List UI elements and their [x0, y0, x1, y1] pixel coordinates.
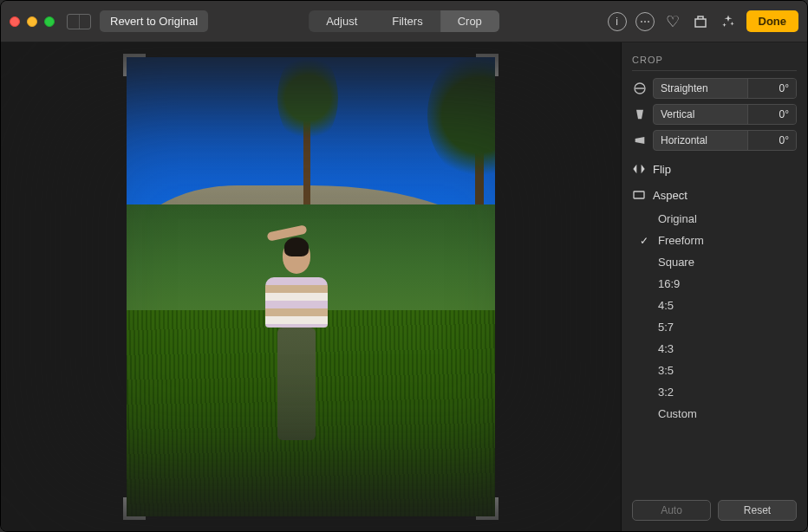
- photo-subject-person: [262, 241, 331, 440]
- aspect-option-5-7[interactable]: 5:7: [632, 316, 797, 338]
- auto-enhance-icon[interactable]: [719, 12, 738, 31]
- vertical-control[interactable]: Vertical 0°: [632, 104, 797, 125]
- straighten-value[interactable]: 0°: [747, 79, 796, 98]
- rotate-icon[interactable]: [691, 12, 710, 31]
- svg-marker-2: [636, 110, 643, 120]
- flip-icon: [632, 162, 646, 176]
- close-window-button[interactable]: [10, 16, 20, 27]
- vertical-perspective-icon: [632, 107, 648, 122]
- aspect-option-4-5[interactable]: 4:5: [632, 295, 797, 316]
- crop-sidebar: CROP Straighten 0° Vertical 0°: [621, 42, 807, 531]
- horizontal-control[interactable]: Horizontal 0°: [632, 130, 797, 151]
- info-icon[interactable]: i: [608, 12, 627, 31]
- straighten-label: Straighten: [654, 79, 747, 98]
- flip-button[interactable]: Flip: [632, 156, 797, 182]
- crop-handle-bottom-right[interactable]: [476, 497, 498, 520]
- more-options-icon[interactable]: ⋯: [635, 12, 655, 31]
- aspect-option-16-9[interactable]: 16:9: [632, 273, 797, 295]
- reset-crop-button[interactable]: Reset: [718, 500, 797, 521]
- svg-rect-4: [634, 191, 644, 198]
- tab-adjust[interactable]: Adjust: [309, 10, 375, 32]
- straighten-control[interactable]: Straighten 0°: [632, 78, 797, 99]
- horizontal-perspective-icon: [632, 133, 648, 148]
- aspect-icon: [632, 188, 646, 202]
- checkmark-icon: ✓: [637, 235, 651, 247]
- aspect-option-3-5[interactable]: 3:5: [632, 360, 797, 381]
- aspect-header: Aspect: [632, 182, 797, 208]
- photo-preview: [127, 57, 495, 516]
- flip-label: Flip: [653, 163, 671, 176]
- aspect-label: Aspect: [653, 189, 687, 202]
- horizontal-label: Horizontal: [654, 131, 747, 150]
- main-area: CROP Straighten 0° Vertical 0°: [1, 42, 807, 531]
- aspect-option-custom[interactable]: Custom: [632, 403, 797, 425]
- aspect-option-original[interactable]: Original: [632, 208, 797, 230]
- window-traffic-lights: [10, 16, 55, 27]
- vertical-value[interactable]: 0°: [747, 105, 796, 124]
- aspect-ratio-list: Original ✓Freeform Square 16:9 4:5 5:7 4…: [632, 208, 797, 425]
- aspect-option-freeform[interactable]: ✓Freeform: [632, 230, 797, 251]
- vertical-label: Vertical: [654, 105, 747, 124]
- toolbar-right-tools: i ⋯ ♡ Done: [608, 10, 799, 32]
- toolbar: Revert to Original Adjust Filters Crop i…: [1, 1, 807, 42]
- photo-canvas[interactable]: [1, 42, 621, 531]
- revert-to-original-button[interactable]: Revert to Original: [100, 10, 208, 32]
- fullscreen-window-button[interactable]: [44, 16, 55, 27]
- sidebar-footer: Auto Reset: [632, 491, 797, 521]
- svg-marker-3: [635, 137, 645, 144]
- sidebar-toggle-icon[interactable]: [67, 14, 91, 29]
- minimize-window-button[interactable]: [27, 16, 37, 27]
- favorite-heart-icon[interactable]: ♡: [663, 12, 682, 31]
- panel-title: CROP: [632, 51, 797, 71]
- horizontal-value[interactable]: 0°: [747, 131, 796, 150]
- crop-handle-top-right[interactable]: [476, 54, 498, 76]
- auto-crop-button[interactable]: Auto: [632, 500, 711, 521]
- aspect-option-square[interactable]: Square: [632, 251, 797, 273]
- edit-mode-segmented-control: Adjust Filters Crop: [309, 10, 499, 32]
- crop-handle-bottom-left[interactable]: [123, 497, 146, 520]
- aspect-option-4-3[interactable]: 4:3: [632, 338, 797, 360]
- crop-handle-top-left[interactable]: [123, 54, 146, 76]
- tab-filters[interactable]: Filters: [375, 10, 440, 32]
- done-button[interactable]: Done: [746, 10, 799, 32]
- crop-frame[interactable]: [127, 57, 495, 516]
- tab-crop[interactable]: Crop: [440, 10, 499, 32]
- aspect-option-3-2[interactable]: 3:2: [632, 381, 797, 403]
- straighten-icon: [632, 81, 648, 96]
